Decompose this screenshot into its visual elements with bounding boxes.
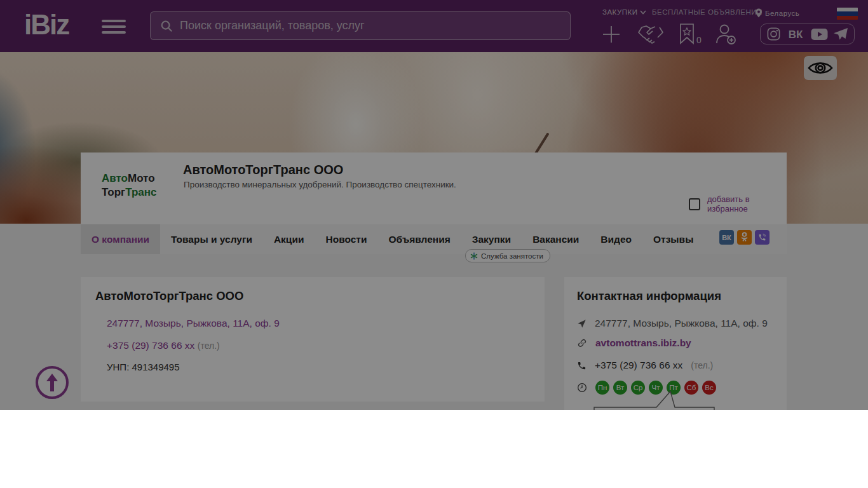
cookie-banner: Для обеспечения удобства пользователей с…	[0, 410, 868, 488]
